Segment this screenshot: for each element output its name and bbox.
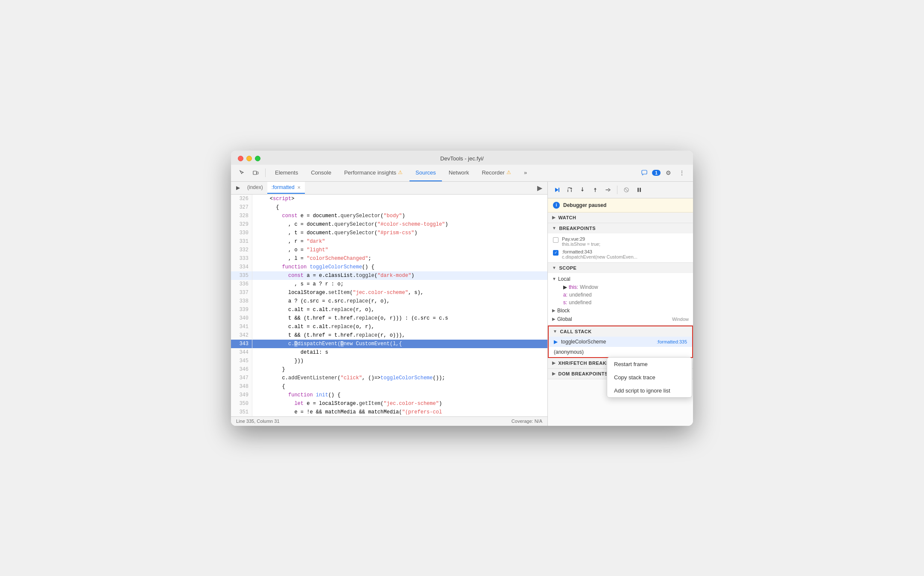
info-icon: i [553, 202, 560, 209]
context-menu-restart-frame[interactable]: Restart frame [607, 358, 692, 371]
breakpoint-item-1: Pay.vue:29 this.isShow = true; [548, 235, 693, 248]
tab-network[interactable]: Network [443, 165, 475, 181]
step-button[interactable] [602, 184, 614, 195]
scope-this-key: this: [569, 284, 578, 290]
code-line-345: 345 })) [231, 357, 547, 365]
chat-icon[interactable] [638, 167, 650, 179]
call-stack-loc-0: :formatted:335 [657, 339, 687, 344]
watch-section: ▶ Watch [548, 212, 693, 223]
tab-console[interactable]: Console [305, 165, 337, 181]
breakpoints-section: ▼ Breakpoints Pay.vue:29 this.isShow = t… [548, 223, 693, 263]
file-nav-icon[interactable]: ▶ [233, 183, 243, 193]
file-tab-right-icon[interactable]: ▶ [534, 182, 546, 194]
tab-elements[interactable]: Elements [269, 165, 304, 181]
code-line-328: 328 const e = document.querySelector("bo… [231, 212, 547, 220]
chat-badge: 1 [652, 170, 661, 176]
code-line-327: 327 { [231, 203, 547, 212]
code-line-343: 343 c.DdispatchEvent(Dnew CustomEvent(l,… [231, 340, 547, 348]
scope-local-group[interactable]: ▼ Local [548, 275, 693, 283]
svg-rect-0 [253, 171, 257, 175]
scope-global-group[interactable]: ▶ Global Window [548, 315, 693, 323]
scope-a-val: undefined [569, 292, 592, 298]
scope-header[interactable]: ▼ Scope [548, 263, 693, 273]
breakpoint-info-2: :formatted:343 c.dispatchEvent(new Custo… [562, 249, 688, 259]
scope-s-val: undefined [569, 300, 591, 305]
context-menu-add-script-ignore[interactable]: Add script to ignore list [607, 384, 692, 397]
code-area[interactable]: 326 <script> 327 { 328 const e = documen… [231, 195, 547, 416]
dom-arrow: ▶ [552, 371, 556, 376]
tab-recorder[interactable]: Recorder ⚠ [476, 165, 517, 181]
tab-performance[interactable]: Performance insights ⚠ [338, 165, 409, 181]
devtools-window: DevTools - jec.fyi/ Elements Console Per… [231, 151, 693, 426]
call-stack-section: ▼ Call stack ▶ toggleColorScheme :format… [548, 326, 693, 358]
status-position: Line 335, Column 31 [236, 419, 280, 424]
svg-marker-11 [594, 188, 597, 189]
deactivate-breakpoints-button[interactable] [621, 184, 632, 195]
code-line-339: 339 c.alt = c.alt.replace(r, o), [231, 305, 547, 314]
tab-more[interactable]: » [518, 165, 533, 181]
dom-label: DOM breakpoints [558, 371, 608, 376]
scope-block-group[interactable]: ▶ Block [548, 306, 693, 315]
more-options-icon[interactable]: ⋮ [676, 167, 688, 179]
scope-this-val: Window [580, 284, 598, 290]
breakpoint-file-1: Pay.vue:29 [562, 236, 688, 241]
main-content: ▶ (index) :formatted ✕ ▶ 326 <script> [231, 182, 693, 426]
close-button[interactable] [238, 156, 243, 161]
code-line-336: 336 , s = a ? r : o; [231, 280, 547, 288]
tab-navigation: Elements Console Performance insights ⚠ … [269, 165, 637, 181]
step-into-button[interactable] [577, 184, 588, 195]
status-bar: Line 335, Column 31 Coverage: N/A [231, 416, 547, 426]
close-tab-icon[interactable]: ✕ [297, 185, 301, 190]
file-tab-formatted[interactable]: :formatted ✕ [267, 182, 305, 194]
svg-marker-3 [555, 188, 558, 192]
context-menu-copy-stack-trace[interactable]: Copy stack trace [607, 371, 692, 384]
xhr-arrow: ▶ [552, 361, 556, 365]
breakpoint-check-1[interactable] [553, 237, 558, 243]
settings-icon[interactable]: ⚙ [662, 167, 674, 179]
device-toolbar-icon[interactable] [250, 167, 262, 179]
file-tabs: ▶ (index) :formatted ✕ ▶ [231, 182, 547, 195]
svg-rect-14 [637, 188, 639, 192]
block-label: Block [557, 308, 570, 314]
scope-label: Scope [559, 265, 576, 271]
code-line-331: 331 , r = "dark" [231, 237, 547, 246]
file-tab-index[interactable]: (index) [243, 182, 267, 194]
call-stack-header[interactable]: ▼ Call stack [549, 326, 692, 337]
scope-s: s: undefined [558, 299, 693, 306]
local-label: Local [558, 276, 570, 282]
title-bar: DevTools - jec.fyi/ [231, 151, 693, 165]
call-stack-item-1[interactable]: (anonymous) [549, 347, 692, 357]
call-stack-active-arrow: ▶ [554, 339, 558, 345]
step-out-button[interactable] [590, 184, 601, 195]
breakpoint-item-2: ✓ :formatted:343 c.dispatchEvent(new Cus… [548, 248, 693, 261]
context-menu: Restart frame Copy stack trace Add scrip… [607, 357, 692, 398]
minimize-button[interactable] [246, 156, 252, 161]
breakpoint-check-2[interactable]: ✓ [553, 250, 558, 256]
inspect-icon[interactable] [236, 167, 248, 179]
breakpoints-header[interactable]: ▼ Breakpoints [548, 223, 693, 233]
svg-line-13 [625, 188, 628, 192]
scope-a-key: a: [563, 292, 567, 298]
resume-button[interactable] [551, 184, 562, 195]
scope-s-key: s: [563, 300, 567, 305]
recorder-warning-icon: ⚠ [506, 169, 511, 175]
call-stack-fn-0: toggleColorScheme [561, 339, 653, 345]
tab-sources[interactable]: Sources [409, 165, 442, 181]
code-line-338: 338 a ? (c.src = c.src.replace(r, o), [231, 297, 547, 305]
breakpoint-code-2: c.dispatchEvent(new CustomEven... [562, 254, 688, 259]
status-coverage: Coverage: N/A [512, 419, 542, 424]
breakpoint-code-1: this.isShow = true; [562, 241, 688, 247]
call-stack-item-0[interactable]: ▶ toggleColorScheme :formatted:335 [549, 337, 692, 347]
watch-header[interactable]: ▶ Watch [548, 212, 693, 223]
scope-a: a: undefined [558, 291, 693, 299]
svg-rect-2 [642, 170, 647, 174]
pause-on-exceptions-button[interactable] [634, 184, 645, 195]
code-line-334: 334 function toggleColorScheme() { [231, 263, 547, 271]
scope-content: ▼ Local ▶ this: Window a: undefined [548, 273, 693, 325]
maximize-button[interactable] [255, 156, 260, 161]
step-over-button[interactable] [564, 184, 575, 195]
scope-this: ▶ this: Window [558, 283, 693, 291]
performance-warning-icon: ⚠ [398, 169, 403, 175]
code-line-329: 329 , c = document.querySelector("#color… [231, 220, 547, 229]
watch-arrow: ▶ [552, 215, 556, 220]
